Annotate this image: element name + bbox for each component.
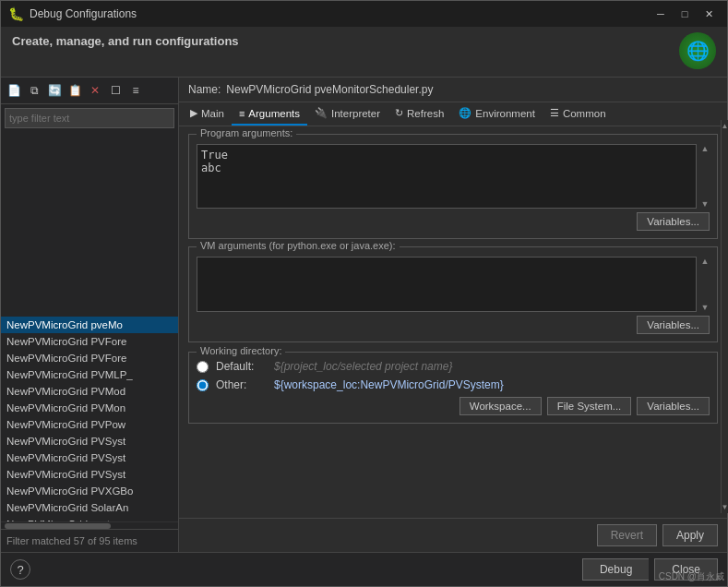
working-dir-legend: Working directory: <box>197 345 285 356</box>
main-tab-icon: ▶ <box>190 107 197 119</box>
arguments-panel: Program arguments: True abc ▲ ▼ Variable… <box>179 126 727 518</box>
duplicate-button[interactable]: ⧉ <box>25 81 43 100</box>
filter-input[interactable] <box>5 108 174 128</box>
other-radio-row: Other: ${workspace_loc:NewPVMicroGrid/PV… <box>197 378 710 391</box>
program-arguments-input[interactable]: True abc <box>197 144 697 209</box>
tab-common-label: Common <box>563 108 606 119</box>
subtitle-bar: Create, manage, and run configurations 🌐 <box>1 27 727 78</box>
list-item[interactable]: NewPVMicroGrid PVSyst <box>1 466 178 483</box>
window-title: Debug Configurations <box>30 7 644 20</box>
list-item[interactable]: NewPVMicroGrid SolarAn <box>1 499 178 516</box>
name-label: Name: <box>188 83 221 96</box>
working-dir-buttons: Workspace... File System... Variables... <box>197 397 710 415</box>
list-item[interactable]: NewPVMicroGrid pveMo <box>1 317 178 333</box>
tabs-bar: ▶ Main ≡ Arguments 🔌 Interpreter ↻ Refre… <box>179 102 727 126</box>
help-button[interactable]: ? <box>10 559 30 580</box>
main-content: 📄 ⧉ 🔄 📋 ✕ ☐ ≡ NewPVMicroGrid pveMo NewPV… <box>1 78 727 552</box>
tab-refresh-label: Refresh <box>407 108 444 119</box>
scroll-down-icon[interactable]: ▼ <box>700 199 710 209</box>
vm-arguments-input[interactable] <box>197 257 697 312</box>
revert-button[interactable]: Revert <box>597 524 657 546</box>
vm-args-variables-button[interactable]: Variables... <box>637 316 710 334</box>
list-item[interactable]: NewPVMicroGrid PVPow <box>1 416 178 433</box>
scroll-up-icon[interactable]: ▲ <box>700 144 710 153</box>
revert-apply-bar: Revert Apply <box>179 518 727 552</box>
right-panel: Name: NewPVMicroGrid pveMonitorScheduler… <box>179 78 727 552</box>
window-bottom-bar: ? Debug Close <box>1 552 727 586</box>
vm-scroll-up-icon[interactable]: ▲ <box>700 257 710 266</box>
title-bar-controls: ─ □ ✕ <box>650 6 720 22</box>
vm-scroll-down-icon[interactable]: ▼ <box>700 303 710 312</box>
tab-main[interactable]: ▶ Main <box>183 102 232 126</box>
close-button[interactable]: ✕ <box>698 6 720 22</box>
filesystem-button[interactable]: File System... <box>547 397 632 415</box>
debug-close-buttons: Debug Close <box>582 558 718 581</box>
working-dir-variables-button[interactable]: Variables... <box>637 397 710 415</box>
list-item[interactable]: NewPVMicroGrid PVMLP_ <box>1 366 178 383</box>
default-radio[interactable] <box>197 361 209 373</box>
refresh-tab-icon: ↻ <box>395 107 403 119</box>
import-button[interactable]: 📋 <box>66 81 84 100</box>
environment-tab-icon: 🌐 <box>459 107 471 119</box>
config-toolbar: 📄 ⧉ 🔄 📋 ✕ ☐ ≡ <box>1 78 178 104</box>
close-dialog-button[interactable]: Close <box>654 558 718 581</box>
maximize-button[interactable]: □ <box>674 6 696 22</box>
export-button[interactable]: 🔄 <box>45 81 64 100</box>
program-arguments-legend: Program arguments: <box>197 127 296 138</box>
revert-apply-buttons: Revert Apply <box>597 524 718 546</box>
program-arguments-group: Program arguments: True abc ▲ ▼ Variable… <box>188 134 718 239</box>
right-scrollbar[interactable]: ▲ ▼ <box>721 120 727 513</box>
debug-button[interactable]: Debug <box>582 558 649 581</box>
other-radio-label: Other: <box>216 378 267 391</box>
tab-interpreter-label: Interpreter <box>331 108 380 119</box>
filter-button[interactable]: ☐ <box>106 81 125 100</box>
tab-common[interactable]: ☰ Common <box>543 102 614 126</box>
window-icon: 🐛 <box>8 6 24 21</box>
default-radio-label: Default: <box>216 360 267 373</box>
config-list: NewPVMicroGrid pveMo NewPVMicroGrid PVFo… <box>1 317 178 521</box>
list-item[interactable]: NewPVMicroGrid PVSyst <box>1 433 178 449</box>
common-tab-icon: ☰ <box>550 107 559 119</box>
other-radio-value: ${workspace_loc:NewPVMicroGrid/PVSystem} <box>274 378 504 391</box>
tab-environment[interactable]: 🌐 Environment <box>451 102 543 126</box>
name-bar: Name: NewPVMicroGrid pveMonitorScheduler… <box>179 78 727 102</box>
tab-arguments-label: Arguments <box>248 108 300 119</box>
interpreter-tab-icon: 🔌 <box>315 107 328 119</box>
tab-environment-label: Environment <box>475 108 535 119</box>
list-item[interactable]: NewPVMicroGrid PVFore <box>1 333 178 350</box>
default-radio-row: Default: ${project_loc/selected project … <box>197 360 710 373</box>
left-panel: 📄 ⧉ 🔄 📋 ✕ ☐ ≡ NewPVMicroGrid pveMo NewPV… <box>1 78 179 552</box>
new-config-button[interactable]: 📄 <box>5 81 23 100</box>
minimize-button[interactable]: ─ <box>650 6 672 22</box>
default-radio-value: ${project_loc/selected project name} <box>274 360 452 373</box>
tab-main-label: Main <box>201 108 224 119</box>
tab-interpreter[interactable]: 🔌 Interpreter <box>307 102 388 126</box>
vm-arguments-legend: VM arguments (for python.exe or java.exe… <box>197 240 400 251</box>
debug-configurations-window: 🐛 Debug Configurations ─ □ ✕ Create, man… <box>0 0 728 587</box>
list-item[interactable]: NewPVMicroGrid PVMon <box>1 400 178 416</box>
list-item[interactable]: NewPVMicroGrid PVFore <box>1 350 178 366</box>
working-directory-group: Working directory: Default: ${project_lo… <box>188 352 718 424</box>
delete-button[interactable]: ✕ <box>86 81 104 100</box>
tab-refresh[interactable]: ↻ Refresh <box>388 102 451 126</box>
filter-status: Filter matched 57 of 95 items <box>1 529 178 552</box>
subtitle-text: Create, manage, and run configurations <box>12 34 239 48</box>
title-bar: 🐛 Debug Configurations ─ □ ✕ <box>1 1 727 27</box>
collapse-button[interactable]: ≡ <box>126 81 145 100</box>
arguments-tab-icon: ≡ <box>239 108 245 119</box>
list-item[interactable]: NewPVMicroGrid PVMod <box>1 383 178 400</box>
list-item[interactable]: NewPVMicroGrid PVSyst <box>1 449 178 466</box>
vm-arguments-group: VM arguments (for python.exe or java.exe… <box>188 246 718 342</box>
apply-button[interactable]: Apply <box>662 524 718 546</box>
workspace-button[interactable]: Workspace... <box>459 397 542 415</box>
other-radio[interactable] <box>197 379 209 391</box>
program-args-variables-button[interactable]: Variables... <box>637 212 710 231</box>
tab-arguments[interactable]: ≡ Arguments <box>232 103 307 126</box>
name-value: NewPVMicroGrid pveMonitorScheduler.py <box>226 83 433 96</box>
list-item[interactable]: NewPVMicroGrid PVXGBo <box>1 483 178 499</box>
